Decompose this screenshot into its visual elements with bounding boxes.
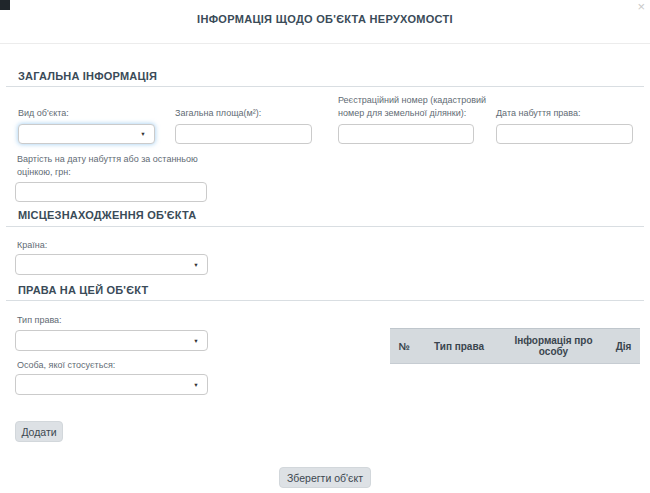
rights-table-header-number: № [390, 329, 418, 364]
acquisition-value-label: Вартість на дату набуття або за останньо… [17, 153, 222, 179]
registration-number-input[interactable] [338, 124, 474, 144]
rights-table-header-action: Дія [607, 329, 640, 364]
acquisition-date-label: Дата набуття права: [496, 107, 581, 120]
acquisition-date-input[interactable] [496, 124, 633, 144]
related-person-label: Особа, якої стосується: [17, 359, 115, 372]
registration-number-label: Реєстраційний номер (кадастровий номер д… [338, 94, 508, 120]
corner-artifact [0, 0, 10, 10]
related-person-select[interactable] [15, 374, 208, 395]
modal-title: ІНФОРМАЦІЯ ЩОДО ОБ'ЄКТА НЕРУХОМОСТІ [0, 13, 650, 25]
total-area-input[interactable] [175, 124, 312, 144]
acquisition-value-input[interactable] [15, 182, 207, 202]
close-icon[interactable]: × [637, 0, 645, 13]
section-divider-rights [6, 300, 644, 301]
rights-table-header-row: № Тип права Інформація про особу Дія [390, 329, 640, 364]
section-divider-general [6, 86, 644, 87]
total-area-label: Загальна площа(м²): [175, 107, 261, 120]
section-heading-rights: ПРАВА НА ЦЕЙ ОБ'ЄКТ [18, 284, 148, 296]
right-type-select[interactable] [15, 330, 208, 351]
section-heading-location: МІСЦЕЗНАХОДЖЕННЯ ОБ'ЄКТА [18, 209, 196, 221]
country-label: Країна: [17, 239, 47, 252]
section-heading-general: ЗАГАЛЬНА ІНФОРМАЦІЯ [18, 70, 157, 82]
rights-table: № Тип права Інформація про особу Дія [390, 328, 640, 364]
section-divider-location [6, 226, 644, 227]
rights-table-header-person-info: Інформація про особу [500, 329, 607, 364]
object-type-select[interactable] [18, 124, 155, 144]
save-object-button[interactable]: Зберегти об'єкт [279, 467, 371, 488]
rights-table-header-right-type: Тип права [418, 329, 500, 364]
object-type-label: Вид об'єкта: [18, 107, 69, 120]
add-right-button[interactable]: Додати [15, 421, 63, 442]
country-select[interactable] [15, 254, 208, 275]
real-estate-object-modal: ІНФОРМАЦІЯ ЩОДО ОБ'ЄКТА НЕРУХОМОСТІ × ЗА… [0, 0, 650, 493]
header-divider [0, 43, 650, 44]
right-type-label: Тип права: [17, 314, 62, 327]
